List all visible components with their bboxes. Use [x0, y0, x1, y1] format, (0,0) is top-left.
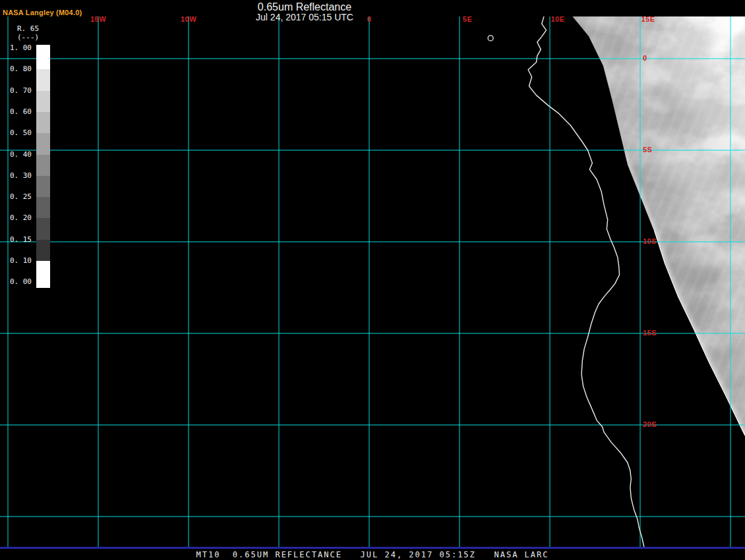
- page-title: 0.65um Reflectance: [256, 1, 353, 13]
- timestamp: Jul 24, 2017 05:15 UTC: [256, 13, 353, 22]
- island-outline: [488, 36, 493, 41]
- satellite-swath: [547, 13, 745, 438]
- nasa-langley-credit: NASA Langley (M04.0): [3, 9, 82, 16]
- footer-divider: [0, 547, 745, 549]
- map-canvas: [0, 0, 745, 560]
- title-block: 0.65um Reflectance Jul 24, 2017 05:15 UT…: [256, 1, 353, 22]
- footer-caption: MT10 0.65UM REFLECTANCE JUL 24, 2017 05:…: [0, 550, 745, 559]
